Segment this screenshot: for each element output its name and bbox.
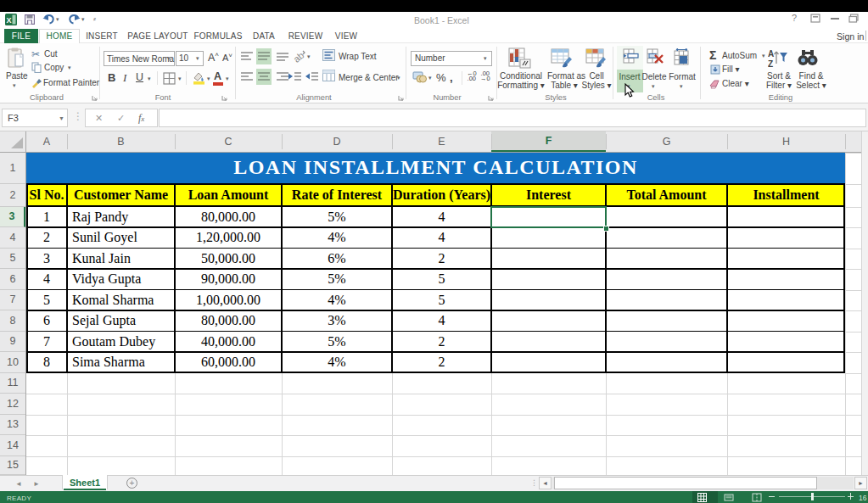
svg-text:X: X: [6, 16, 11, 25]
svg-text:Z: Z: [768, 59, 773, 69]
svg-text:A: A: [768, 49, 774, 59]
